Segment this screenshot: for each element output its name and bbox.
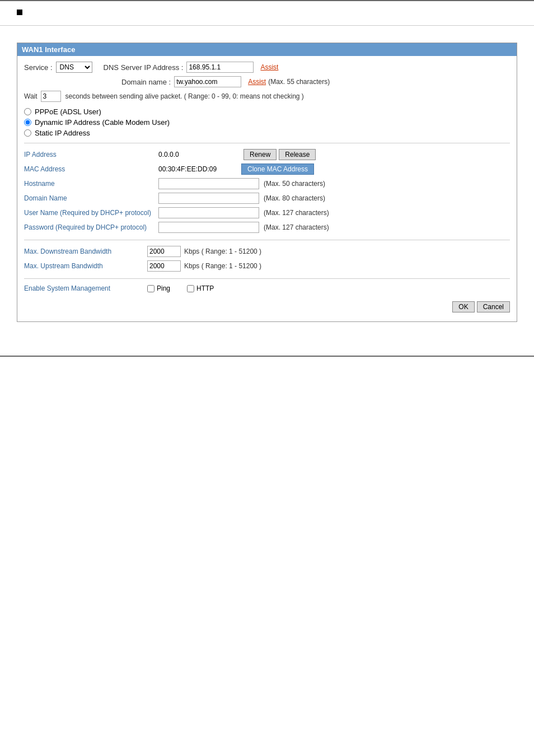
username-note: (Max. 127 characters) — [264, 209, 329, 217]
wait-label: Wait — [24, 92, 38, 100]
dns-server-input[interactable] — [186, 62, 254, 73]
service-select[interactable]: DNS PPPoE DHCP Static — [56, 62, 92, 73]
mgmt-label: Enable System Management — [24, 284, 147, 292]
cancel-button[interactable]: Cancel — [477, 301, 510, 312]
upstream-bw-input[interactable] — [147, 260, 181, 272]
radio-dynamic-label: Dynamic IP Address (Cable Modem User) — [35, 118, 170, 127]
clone-mac-button[interactable]: Clone MAC Address — [241, 164, 314, 175]
wan-interface-title: WAN1 Interface — [17, 43, 517, 56]
domain-name-input[interactable] — [174, 76, 241, 87]
ip-address-value: 0.0.0.0 — [158, 151, 237, 158]
hostname-label: Hostname — [24, 180, 158, 188]
wan-interface-box: WAN1 Interface Service : DNS PPPoE DHCP … — [17, 43, 517, 322]
hostname-note: (Max. 50 characters) — [264, 180, 325, 188]
upstream-bw-row: Max. Upstream Bandwidth Kbps ( Range: 1 … — [24, 260, 510, 272]
mgmt-ping-label: Ping — [157, 284, 170, 292]
renew-button[interactable]: Renew — [243, 149, 277, 160]
downstream-bw-row: Max. Downstream Bandwidth Kbps ( Range: … — [24, 246, 510, 257]
assist-note: (Max. 55 characters) — [268, 78, 330, 86]
upstream-bw-label: Max. Upstream Bandwidth — [24, 262, 147, 270]
username-row: User Name (Required by DHCP+ protocol) (… — [24, 207, 510, 218]
hostname-input[interactable] — [158, 178, 259, 189]
mgmt-http-option: HTTP — [187, 284, 214, 292]
dns-server-label: DNS Server IP Address : — [104, 63, 184, 72]
release-button[interactable]: Release — [279, 149, 316, 160]
username-input[interactable] — [158, 207, 259, 218]
domain-name-field-label: Domain Name — [24, 194, 158, 202]
radio-static-label: Static IP Address — [35, 129, 90, 137]
radio-static[interactable] — [24, 129, 31, 137]
mgmt-http-checkbox[interactable] — [187, 285, 194, 292]
mac-address-row: MAC Address 00:30:4F:EE:DD:09 Clone MAC … — [24, 164, 510, 175]
radio-pppoe-row: PPPoE (ADSL User) — [24, 108, 510, 116]
username-label: User Name (Required by DHCP+ protocol) — [24, 209, 158, 217]
radio-dynamic-row: Dynamic IP Address (Cable Modem User) — [24, 118, 510, 127]
downstream-bw-note: Kbps ( Range: 1 - 51200 ) — [184, 248, 261, 255]
radio-pppoe-label: PPPoE (ADSL User) — [35, 108, 101, 116]
domain-name-note: (Max. 80 characters) — [264, 194, 325, 202]
radio-dynamic[interactable] — [24, 119, 31, 126]
domain-name-field-row: Domain Name (Max. 80 characters) — [24, 193, 510, 204]
radio-static-row: Static IP Address — [24, 129, 510, 137]
password-label: Password (Required by DHCP+ protocol) — [24, 223, 158, 231]
hostname-row: Hostname (Max. 50 characters) — [24, 178, 510, 189]
mgmt-http-label: HTTP — [196, 284, 214, 292]
mac-address-value: 00:30:4F:EE:DD:09 — [158, 165, 237, 173]
wait-note: seconds between sending alive packet. ( … — [65, 92, 304, 100]
mgmt-ping-option: Ping — [147, 284, 170, 292]
downstream-bw-input[interactable] — [147, 246, 181, 257]
domain-name-field-input[interactable] — [158, 193, 259, 204]
radio-pppoe[interactable] — [24, 108, 31, 115]
black-square-indicator — [17, 10, 22, 15]
ip-address-row: IP Address 0.0.0.0 Renew Release — [24, 149, 510, 160]
assist-link-1[interactable]: Assist — [260, 63, 278, 71]
mgmt-ping-checkbox[interactable] — [147, 285, 154, 292]
password-input[interactable] — [158, 222, 259, 233]
password-note: (Max. 127 characters) — [264, 223, 329, 231]
wait-input[interactable] — [41, 91, 61, 102]
downstream-bw-label: Max. Downstream Bandwidth — [24, 248, 147, 255]
service-label: Service : — [24, 63, 53, 72]
domain-name-label: Domain name : — [121, 78, 171, 86]
mac-address-label: MAC Address — [24, 165, 158, 173]
ok-button[interactable]: OK — [452, 301, 474, 312]
assist-link-2[interactable]: Assist — [248, 78, 266, 86]
password-row: Password (Required by DHCP+ protocol) (M… — [24, 222, 510, 233]
ip-address-label: IP Address — [24, 151, 158, 158]
upstream-bw-note: Kbps ( Range: 1 - 51200 ) — [184, 262, 261, 270]
